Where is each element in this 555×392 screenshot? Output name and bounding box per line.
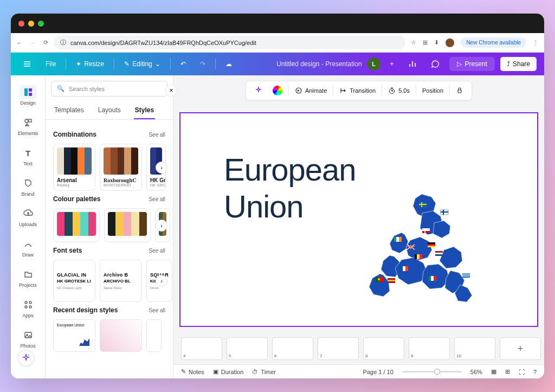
document-title[interactable]: Untitled design - Presentation [276, 60, 362, 68]
rail-text[interactable]: TText [11, 142, 45, 171]
svg-rect-51 [462, 275, 470, 275]
nav-reload-icon[interactable]: ⟳ [43, 39, 48, 46]
slide-title[interactable]: EuropeanUnion [224, 151, 356, 226]
font-card-archivo[interactable]: Archivo BARCHIVO BLSpace Mono [100, 260, 142, 302]
rail-design[interactable]: Design [11, 81, 45, 110]
thumbnail-view-icon[interactable]: ⊞ [505, 368, 510, 375]
recent-card-2[interactable] [100, 319, 142, 352]
svg-rect-32 [417, 254, 420, 259]
thumb-6[interactable]: 6 [272, 337, 313, 360]
side-tabs: Templates Layouts Styles [46, 102, 173, 120]
zoom-level[interactable]: 56% [470, 369, 482, 375]
thumb-8[interactable]: 8 [363, 337, 404, 360]
user-avatar[interactable]: L [367, 57, 380, 70]
transition-button[interactable]: Transition [334, 85, 380, 97]
fonts-scroll-right[interactable]: › [156, 275, 167, 287]
svg-point-53 [28, 355, 29, 356]
nav-back-icon[interactable]: ← [16, 40, 22, 46]
recent-card-3[interactable] [146, 319, 162, 352]
palettes-see-all[interactable]: See all [149, 196, 165, 202]
help-icon[interactable]: ? [533, 369, 537, 375]
palettes-scroll-right[interactable]: › [156, 220, 167, 232]
profile-avatar-icon[interactable] [446, 38, 454, 47]
add-page-button[interactable]: + [500, 337, 541, 360]
magic-recolor-icon[interactable] [249, 84, 268, 97]
eu-map-graphic[interactable] [364, 190, 483, 304]
chrome-update-badge[interactable]: New Chrome available [461, 37, 526, 48]
svg-rect-30 [428, 246, 435, 247]
add-member-button[interactable]: + [386, 57, 398, 70]
chevron-down-icon: ⌄ [155, 60, 160, 68]
file-button[interactable]: File [41, 57, 60, 70]
magic-button[interactable] [18, 350, 34, 366]
grid-view-icon[interactable]: ▦ [491, 368, 496, 375]
font-card-glacial[interactable]: GLACIAL INHK GROTESK LIHK Grotesk Light [53, 260, 95, 302]
svg-point-7 [25, 306, 27, 308]
resize-button[interactable]: ✦Resize [72, 57, 108, 70]
thumb-10[interactable]: 10 [454, 337, 495, 360]
fonts-see-all[interactable]: See all [149, 248, 165, 254]
combinations-scroll-right[interactable]: › [156, 162, 167, 173]
thumb-7[interactable]: 7 [318, 337, 359, 360]
position-button[interactable]: Position [417, 85, 448, 96]
traffic-light-close[interactable] [18, 21, 24, 27]
lock-icon[interactable] [451, 85, 468, 97]
thumb-5[interactable]: 5 [227, 337, 268, 360]
rail-projects[interactable]: Projects [11, 263, 45, 292]
tab-templates[interactable]: Templates [53, 102, 85, 119]
timer-button[interactable]: ⏱Timer [252, 369, 276, 375]
duration-button[interactable]: ▣Duration [213, 368, 244, 375]
slide[interactable]: EuropeanUnion [179, 112, 538, 327]
menu-button[interactable] [18, 57, 36, 71]
rail-photos[interactable]: Photos [11, 324, 45, 353]
editing-mode-button[interactable]: ✎Editing⌄ [120, 57, 165, 70]
search-icon: 🔍 [57, 85, 64, 92]
share-button[interactable]: ⤴Share [500, 57, 537, 71]
thumb-4[interactable]: 4 [181, 337, 222, 360]
site-info-icon[interactable]: ⓘ [60, 38, 66, 47]
palette-card-2[interactable] [104, 208, 151, 242]
tab-styles[interactable]: Styles [134, 102, 155, 119]
extensions-icon[interactable]: ⊞ [423, 39, 428, 46]
svg-rect-33 [420, 254, 422, 259]
fullscreen-icon[interactable]: ⛶ [519, 369, 525, 375]
traffic-light-maximize[interactable] [38, 21, 44, 27]
recent-card-1[interactable]: European Union [53, 319, 95, 352]
rail-draw[interactable]: Draw [11, 233, 45, 262]
analytics-icon[interactable] [404, 57, 421, 71]
svg-rect-36 [435, 253, 443, 254]
zoom-slider[interactable] [402, 371, 462, 372]
recent-see-all[interactable]: See all [149, 307, 165, 313]
notes-button[interactable]: ✎Notes [181, 368, 204, 375]
animate-button[interactable]: Animate [290, 85, 332, 97]
page-indicator[interactable]: Page 1 / 10 [363, 369, 393, 375]
rail-uploads[interactable]: Uploads [11, 202, 45, 232]
undo-button[interactable]: ↶ [176, 57, 190, 70]
canvas-viewport[interactable]: EuropeanUnion [173, 106, 544, 333]
context-toolbar: Animate Transition 5.0s Position [173, 75, 544, 106]
svg-rect-26 [399, 237, 402, 242]
download-icon[interactable]: ⬇ [434, 39, 439, 46]
search-input[interactable]: 🔍 Search styles [51, 81, 167, 97]
redo-button[interactable]: ↷ [196, 57, 210, 70]
combo-card-arsenal[interactable]: ArsenalRadley [53, 144, 95, 191]
tab-layouts[interactable]: Layouts [97, 102, 122, 119]
rail-brand[interactable]: Brand [11, 172, 45, 201]
cloud-sync-icon[interactable]: ☁ [221, 57, 236, 70]
nav-forward-icon[interactable]: → [30, 40, 36, 46]
palette-card-1[interactable] [53, 208, 100, 242]
comments-icon[interactable] [427, 57, 444, 71]
combo-card-roxborough[interactable]: RoxboroughCMONTSERRAT [100, 144, 142, 191]
bookmark-icon[interactable]: ☆ [411, 39, 416, 46]
rail-apps[interactable]: Apps [11, 293, 45, 323]
traffic-light-minimize[interactable] [28, 21, 34, 27]
url-field[interactable]: ⓘ canva.com/design/DAGRTwZU134/zIaB49FRQ… [54, 36, 405, 49]
rail-elements[interactable]: Elements [11, 111, 45, 140]
present-button[interactable]: ▷Present [449, 57, 495, 71]
close-panel-button[interactable]: × [165, 85, 177, 97]
color-picker[interactable] [268, 83, 287, 98]
browser-menu-icon[interactable]: ⋮ [533, 39, 539, 46]
thumb-9[interactable]: 9 [409, 337, 450, 360]
combinations-see-all[interactable]: See all [149, 132, 165, 138]
timing-button[interactable]: 5.0s [383, 85, 415, 97]
